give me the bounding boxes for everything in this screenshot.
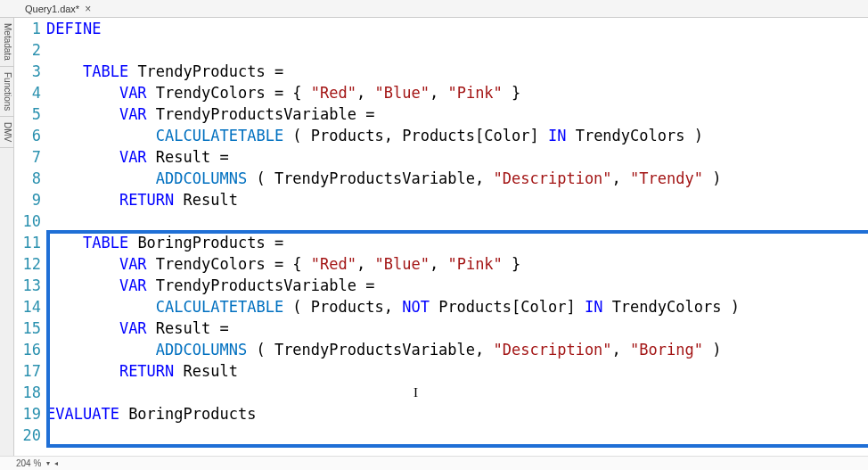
line-number: 11	[14, 232, 41, 253]
line-number: 5	[14, 103, 41, 125]
code-line[interactable]: VAR TrendyProductsVariable =	[46, 103, 868, 125]
line-number: 18	[14, 382, 41, 403]
code-line[interactable]: TABLE TrendyProducts =	[46, 61, 868, 82]
line-number: 3	[14, 61, 41, 82]
line-number: 15	[14, 317, 41, 339]
code-line[interactable]	[46, 210, 868, 232]
code-editor[interactable]: 1234567891011121314151617181920 DEFINE T…	[14, 18, 868, 456]
code-line[interactable]: CALCULATETABLE ( Products, Products[Colo…	[46, 125, 868, 146]
code-line[interactable]: CALCULATETABLE ( Products, NOT Products[…	[46, 296, 868, 317]
line-number: 4	[14, 82, 41, 103]
line-number: 10	[14, 210, 41, 232]
line-number-gutter: 1234567891011121314151617181920	[14, 18, 46, 446]
line-number: 6	[14, 125, 41, 146]
line-number: 17	[14, 360, 41, 382]
line-number: 13	[14, 275, 41, 296]
text-cursor-icon: I	[414, 385, 418, 400]
code-line[interactable]: VAR TrendyProductsVariable =	[46, 275, 868, 296]
line-number: 16	[14, 339, 41, 360]
code-line[interactable]: VAR TrendyColors = { "Red", "Blue", "Pin…	[46, 82, 868, 103]
line-number: 8	[14, 168, 41, 189]
line-number: 12	[14, 253, 41, 275]
code-line[interactable]: ADDCOLUMNS ( TrendyProductsVariable, "De…	[46, 339, 868, 360]
side-tab-metadata[interactable]: Metadata	[0, 18, 13, 67]
code-line[interactable]: DEFINE	[46, 18, 868, 39]
close-icon[interactable]: ×	[85, 3, 91, 15]
code-line[interactable]: VAR Result =	[46, 146, 868, 168]
file-tab[interactable]: Query1.dax* ×	[18, 1, 98, 17]
line-number: 9	[14, 189, 41, 210]
line-number: 20	[14, 425, 41, 446]
line-number: 19	[14, 403, 41, 425]
zoom-dropdown-icon[interactable]: ▾	[46, 459, 49, 467]
side-tab-functions[interactable]: Functions	[0, 67, 13, 117]
status-bar: 204 % ▾ ◂	[0, 456, 868, 470]
code-line[interactable]	[46, 425, 868, 446]
code-area[interactable]: DEFINE TABLE TrendyProducts = VAR Trendy…	[46, 18, 868, 446]
side-tab-strip: Metadata Functions DMV	[0, 18, 14, 456]
zoom-level[interactable]: 204 %	[16, 458, 41, 468]
line-number: 7	[14, 146, 41, 168]
code-line[interactable]: ADDCOLUMNS ( TrendyProductsVariable, "De…	[46, 168, 868, 189]
side-tab-dmv[interactable]: DMV	[0, 117, 13, 148]
line-number: 1	[14, 18, 41, 39]
code-line[interactable]: TABLE BoringProducts =	[46, 232, 868, 253]
tab-title: Query1.dax*	[25, 4, 79, 14]
code-line[interactable]: VAR TrendyColors = { "Red", "Blue", "Pin…	[46, 253, 868, 275]
code-line[interactable]: RETURN Result	[46, 189, 868, 210]
tab-bar: Query1.dax* ×	[0, 0, 868, 18]
main-area: Metadata Functions DMV 12345678910111213…	[0, 18, 868, 456]
line-number: 14	[14, 296, 41, 317]
line-number: 2	[14, 39, 41, 61]
code-line[interactable]	[46, 39, 868, 61]
code-line[interactable]: VAR Result =	[46, 317, 868, 339]
code-line[interactable]	[46, 382, 868, 403]
code-line[interactable]: EVALUATE BoringProducts	[46, 403, 868, 425]
code-line[interactable]: RETURN Result	[46, 360, 868, 382]
zoom-slider-icon[interactable]: ◂	[54, 459, 57, 467]
